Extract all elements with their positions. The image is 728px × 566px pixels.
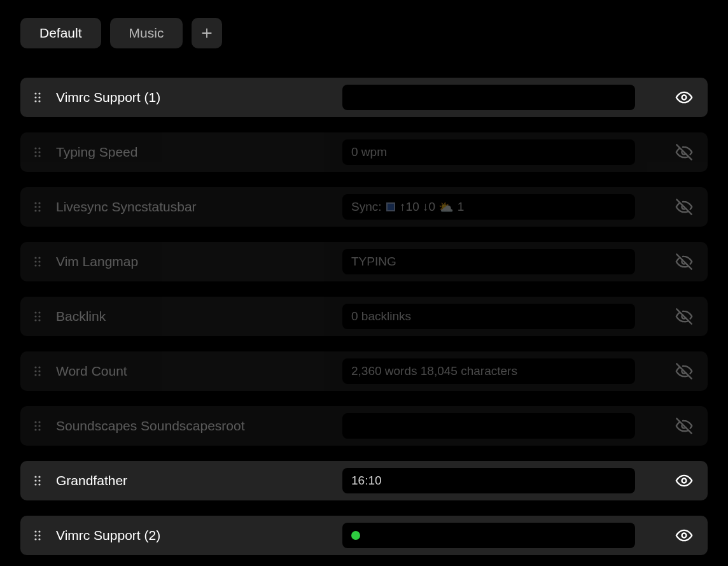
- drag-handle-icon: [33, 365, 42, 378]
- drag-handle[interactable]: [32, 201, 43, 213]
- status-item-row: Vim LangmapTYPING: [20, 242, 708, 281]
- svg-point-34: [34, 319, 36, 321]
- sync-up-count: 10: [406, 200, 419, 214]
- svg-point-28: [38, 264, 40, 266]
- drag-handle[interactable]: [32, 310, 43, 323]
- svg-point-44: [34, 421, 36, 423]
- svg-point-56: [38, 483, 40, 485]
- visibility-toggle[interactable]: [675, 526, 694, 545]
- svg-point-16: [34, 202, 36, 204]
- svg-point-4: [34, 96, 36, 98]
- svg-point-27: [34, 264, 36, 266]
- item-label: Soundscapes Soundscapesroot: [56, 418, 330, 434]
- svg-point-10: [38, 147, 40, 149]
- sync-up-arrow-icon: ↑: [400, 200, 406, 214]
- svg-point-26: [38, 260, 40, 262]
- eye-icon: [675, 472, 693, 490]
- svg-point-42: [38, 374, 40, 376]
- item-value: 0 backlinks: [342, 304, 635, 329]
- svg-point-35: [38, 319, 40, 321]
- status-item-row: Backlink0 backlinks: [20, 297, 708, 336]
- svg-point-47: [38, 425, 40, 427]
- svg-point-23: [34, 257, 36, 258]
- item-label: Word Count: [56, 364, 330, 379]
- drag-handle[interactable]: [32, 529, 43, 542]
- status-item-row: Grandfather16:10: [20, 461, 708, 500]
- drag-handle-icon: [33, 420, 42, 432]
- svg-point-40: [38, 370, 40, 372]
- item-label: Vim Langmap: [56, 254, 330, 269]
- item-label: Backlink: [56, 309, 330, 324]
- svg-point-18: [34, 206, 36, 208]
- status-item-row: Word Count2,360 words 18,045 characters: [20, 351, 708, 391]
- tabs-row: Default Music: [20, 18, 708, 48]
- svg-point-11: [34, 151, 36, 153]
- svg-point-55: [34, 483, 36, 485]
- item-label: Livesync Syncstatusbar: [56, 199, 330, 215]
- visibility-toggle[interactable]: [675, 471, 694, 490]
- drag-handle[interactable]: [32, 420, 43, 432]
- item-label: Grandfather: [56, 473, 330, 488]
- svg-point-24: [38, 257, 40, 258]
- svg-point-45: [38, 421, 40, 423]
- svg-point-12: [38, 151, 40, 153]
- drag-handle-icon: [33, 255, 42, 268]
- svg-point-9: [34, 147, 36, 149]
- eye-off-icon: [675, 308, 693, 325]
- sync-down-arrow-icon: ↓: [423, 200, 429, 214]
- drag-handle-icon: [33, 91, 42, 104]
- drag-handle[interactable]: [32, 146, 43, 159]
- drag-handle-icon: [33, 310, 42, 323]
- svg-point-52: [38, 476, 40, 478]
- svg-point-6: [34, 100, 36, 102]
- svg-point-7: [38, 100, 40, 102]
- svg-point-64: [682, 534, 687, 538]
- svg-point-31: [38, 311, 40, 313]
- svg-point-41: [34, 374, 36, 376]
- item-value: [342, 85, 635, 110]
- svg-point-14: [38, 155, 40, 157]
- svg-point-61: [38, 534, 40, 536]
- add-tab-button[interactable]: [192, 18, 222, 48]
- drag-handle-icon: [33, 201, 42, 213]
- svg-point-48: [34, 428, 36, 430]
- svg-point-39: [34, 370, 36, 372]
- eye-off-icon: [675, 143, 693, 161]
- item-value: 16:10: [342, 468, 635, 493]
- drag-handle-icon: [33, 529, 42, 542]
- svg-point-60: [34, 534, 36, 536]
- drag-handle-icon: [33, 474, 42, 487]
- eye-icon: [675, 88, 693, 106]
- visibility-toggle[interactable]: [675, 362, 694, 381]
- drag-handle[interactable]: [32, 365, 43, 378]
- item-label: Typing Speed: [56, 145, 330, 160]
- svg-point-33: [38, 315, 40, 317]
- drag-handle[interactable]: [32, 255, 43, 268]
- eye-icon: [675, 527, 693, 544]
- cloud-icon: ⛅: [438, 200, 454, 215]
- svg-point-30: [34, 311, 36, 313]
- svg-point-20: [34, 209, 36, 211]
- svg-point-32: [34, 315, 36, 317]
- drag-handle[interactable]: [32, 91, 43, 104]
- svg-point-17: [38, 202, 40, 204]
- visibility-toggle[interactable]: [675, 197, 694, 216]
- item-value: [342, 523, 635, 548]
- svg-point-3: [38, 92, 40, 94]
- visibility-toggle[interactable]: [675, 252, 694, 271]
- visibility-toggle[interactable]: [675, 307, 694, 326]
- item-label: Vimrc Support (1): [56, 90, 330, 105]
- svg-point-59: [38, 530, 40, 532]
- svg-point-21: [38, 209, 40, 211]
- visibility-toggle[interactable]: [675, 88, 694, 107]
- svg-point-8: [682, 96, 687, 100]
- tab-default[interactable]: Default: [20, 18, 101, 48]
- tab-music[interactable]: Music: [110, 18, 183, 48]
- svg-point-63: [38, 538, 40, 540]
- plus-icon: [200, 27, 213, 39]
- drag-handle[interactable]: [32, 474, 43, 487]
- visibility-toggle[interactable]: [675, 143, 694, 162]
- sync-extra-count: 1: [458, 200, 465, 214]
- status-dot-icon: [351, 531, 360, 540]
- visibility-toggle[interactable]: [675, 416, 694, 435]
